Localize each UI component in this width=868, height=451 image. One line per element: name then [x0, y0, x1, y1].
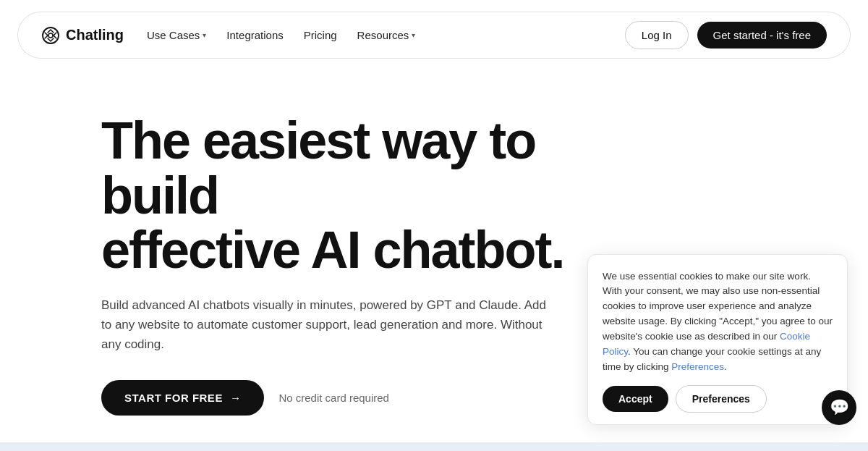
nav-resources[interactable]: Resources ▾: [357, 29, 416, 41]
arrow-icon: →: [230, 392, 242, 404]
get-started-button[interactable]: Get started - it's free: [697, 22, 827, 49]
hero-subtitle: Build advanced AI chatbots visually in m…: [101, 295, 550, 355]
logo-icon: [41, 26, 60, 45]
nav-actions: Log In Get started - it's free: [625, 21, 827, 49]
nav-use-cases[interactable]: Use Cases ▾: [147, 29, 206, 41]
chevron-down-icon: ▾: [412, 31, 415, 39]
preferences-button[interactable]: Preferences: [676, 385, 767, 413]
nav-integrations[interactable]: Integrations: [226, 29, 283, 41]
hero-section: The easiest way to build effective AI ch…: [0, 70, 593, 444]
start-free-button[interactable]: START FOR FREE →: [101, 380, 264, 416]
nav-pricing[interactable]: Pricing: [304, 29, 337, 41]
chevron-down-icon: ▾: [203, 31, 206, 39]
svg-point-0: [48, 33, 53, 38]
navbar: Chatling Use Cases ▾ Integrations Pricin…: [17, 12, 851, 59]
cookie-popup: We use essential cookies to make our sit…: [587, 254, 848, 425]
chat-icon: 💬: [830, 398, 849, 417]
hero-actions: START FOR FREE → No credit card required: [101, 380, 576, 416]
accept-button[interactable]: Accept: [603, 386, 668, 412]
nav-links: Use Cases ▾ Integrations Pricing Resourc…: [147, 29, 602, 41]
cookie-buttons: Accept Preferences: [603, 385, 833, 413]
logo[interactable]: Chatling: [41, 26, 124, 45]
login-button[interactable]: Log In: [625, 21, 689, 49]
hero-title: The easiest way to build effective AI ch…: [101, 114, 576, 278]
preferences-link[interactable]: Preferences: [671, 361, 724, 372]
logo-text: Chatling: [66, 27, 124, 43]
bottom-bar: [0, 442, 868, 451]
chat-bubble-button[interactable]: 💬: [822, 390, 856, 425]
cookie-text: We use essential cookies to make our sit…: [603, 269, 833, 375]
no-credit-text: No credit card required: [278, 392, 389, 404]
